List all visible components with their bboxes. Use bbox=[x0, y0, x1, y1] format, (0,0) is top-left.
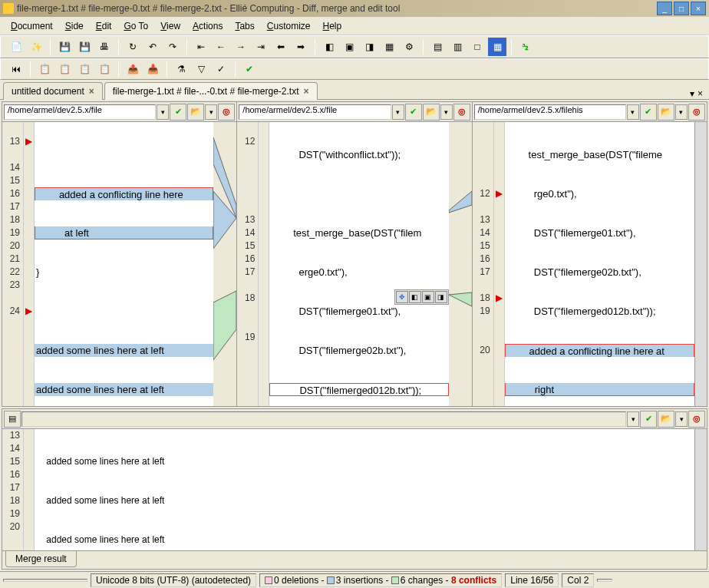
right-scrollbar[interactable] bbox=[694, 122, 707, 406]
center-open-dropdown-icon[interactable]: ▾ bbox=[440, 104, 453, 120]
diff-nav-prev-icon[interactable]: ← bbox=[212, 38, 230, 56]
merge-center-icon[interactable]: ▣ bbox=[340, 38, 358, 56]
right-apply-icon[interactable]: ✔ bbox=[640, 104, 657, 121]
center-path-dropdown-icon[interactable]: ▾ bbox=[392, 104, 404, 120]
tab-close-all-icon[interactable]: × bbox=[697, 88, 703, 99]
print-icon[interactable]: 🖶 bbox=[95, 38, 114, 56]
minimize-button[interactable]: _ bbox=[657, 2, 672, 15]
menu-actions[interactable]: Actions bbox=[188, 19, 227, 33]
center-code[interactable]: DST("withconflict.txt")); test_merge_bas… bbox=[269, 122, 448, 406]
tab-close-icon[interactable]: × bbox=[89, 86, 94, 97]
import-icon[interactable]: 📥 bbox=[143, 60, 162, 78]
merge-use-right-icon[interactable]: ◨ bbox=[435, 291, 447, 303]
export-icon[interactable]: 📤 bbox=[124, 60, 142, 78]
left-editor[interactable]: 13 14151617181920212223 24 ▶ ▶ added a c… bbox=[2, 122, 236, 406]
tab-label: file-merge-1.txt # file-...-0.txt # file… bbox=[113, 86, 299, 97]
right-path-input[interactable]: /home/armel/dev2.5.x/filehis bbox=[474, 104, 626, 120]
center-target-icon[interactable]: ◎ bbox=[453, 104, 470, 121]
menu-view[interactable]: View bbox=[156, 19, 185, 33]
left-connector bbox=[213, 122, 236, 406]
goto-first-icon[interactable]: ⏮ bbox=[7, 60, 25, 78]
menu-side[interactable]: Side bbox=[61, 19, 88, 33]
undo-icon[interactable]: ↶ bbox=[143, 38, 162, 56]
copy-right-icon[interactable]: 📋 bbox=[75, 60, 94, 78]
left-code[interactable]: added a conflicting line here at left } … bbox=[35, 122, 213, 406]
merge-apply-icon[interactable]: ✔ bbox=[640, 411, 657, 428]
center-open-icon[interactable]: 📂 bbox=[423, 104, 440, 121]
right-editor[interactable]: 12 1314151617 1819 20 ▶ ▶ test_merge_bas… bbox=[473, 122, 707, 406]
merge-move-icon[interactable]: ✥ bbox=[396, 291, 408, 303]
layout-single-icon[interactable]: □ bbox=[468, 38, 486, 56]
copy-all-icon[interactable]: 📋 bbox=[95, 60, 114, 78]
merge-use-center-icon[interactable]: ▣ bbox=[422, 291, 434, 303]
layout-3way-icon[interactable]: ▦ bbox=[488, 38, 506, 56]
menu-document[interactable]: Document bbox=[6, 19, 58, 33]
merge-open-dropdown-icon[interactable]: ▾ bbox=[675, 411, 688, 427]
left-path-dropdown-icon[interactable]: ▾ bbox=[157, 104, 169, 120]
save-icon[interactable]: 💾 bbox=[55, 38, 74, 56]
menu-help[interactable]: Help bbox=[318, 19, 347, 33]
diff-apply-right-icon[interactable]: ➡ bbox=[292, 38, 310, 56]
merge-path-dropdown-icon[interactable]: ▾ bbox=[627, 411, 639, 427]
left-target-icon[interactable]: ◎ bbox=[218, 104, 235, 121]
new-doc-icon[interactable]: 📄 bbox=[7, 38, 25, 56]
merge-open-icon[interactable]: 📂 bbox=[658, 411, 674, 428]
merge-right-icon[interactable]: ◨ bbox=[360, 38, 378, 56]
maximize-button[interactable]: □ bbox=[674, 2, 689, 15]
close-button[interactable]: × bbox=[691, 2, 706, 15]
statusbar: Unicode 8 bits (UTF-8) (autodetected) 0 … bbox=[0, 571, 709, 588]
layout-vert-icon[interactable]: ▥ bbox=[448, 38, 467, 56]
save-all-icon[interactable]: 💾 bbox=[75, 38, 94, 56]
right-open-dropdown-icon[interactable]: ▾ bbox=[675, 104, 688, 120]
diff-apply-left-icon[interactable]: ⬅ bbox=[272, 38, 290, 56]
menu-edit[interactable]: Edit bbox=[91, 19, 117, 33]
menu-goto[interactable]: Go To bbox=[119, 19, 153, 33]
center-editor[interactable]: 12 1314151617 18 19 DST("withconflict.tx… bbox=[237, 122, 471, 406]
check-filter-icon[interactable]: ✓ bbox=[212, 60, 230, 78]
diff-nav-next-icon[interactable]: → bbox=[232, 38, 250, 56]
layout-horiz-icon[interactable]: ▤ bbox=[428, 38, 447, 56]
merge-result-editor[interactable]: 1314151617181920 added some lines here a… bbox=[2, 429, 707, 550]
merge-gutter: 1314151617181920 bbox=[2, 429, 24, 550]
merge-use-left-icon[interactable]: ◧ bbox=[409, 291, 421, 303]
right-path-dropdown-icon[interactable]: ▾ bbox=[627, 104, 639, 120]
redo-icon[interactable]: ↷ bbox=[163, 38, 182, 56]
diff-nav-first-icon[interactable]: ⇤ bbox=[192, 38, 210, 56]
merge-left-icon[interactable]: ◧ bbox=[320, 38, 338, 56]
refresh-icon[interactable]: ↻ bbox=[124, 38, 142, 56]
center-apply-icon[interactable]: ✔ bbox=[405, 104, 422, 121]
merge-auto-icon[interactable]: ⚙ bbox=[400, 38, 418, 56]
merge-all-icon[interactable]: ▦ bbox=[380, 38, 398, 56]
merge-collapse-icon[interactable]: ▤ bbox=[4, 411, 21, 428]
right-open-icon[interactable]: 📂 bbox=[658, 104, 674, 121]
left-path-input[interactable]: /home/armel/dev2.5.x/file bbox=[4, 104, 156, 120]
filter-icon[interactable]: ⚗ bbox=[172, 60, 190, 78]
tab-menu-dropdown-icon[interactable]: ▾ bbox=[690, 88, 694, 99]
copy-left-icon[interactable]: 📋 bbox=[35, 60, 54, 78]
merge-path-input[interactable] bbox=[21, 411, 626, 427]
merge-code[interactable]: added some lines here at left added some… bbox=[35, 429, 694, 550]
left-open-icon[interactable]: 📂 bbox=[187, 104, 204, 121]
right-target-icon[interactable]: ◎ bbox=[688, 104, 705, 121]
menu-customize[interactable]: Customize bbox=[262, 19, 315, 33]
window-title: file-merge-1.txt # file-merge-0.txt # fi… bbox=[17, 3, 657, 14]
right-code[interactable]: test_merge_base(DST("fileme rge0.txt"), … bbox=[505, 122, 694, 406]
center-path-input[interactable]: /home/armel/dev2.5.x/file bbox=[239, 104, 391, 120]
wand-icon[interactable]: ✨ bbox=[27, 38, 45, 56]
svg-marker-2 bbox=[213, 291, 236, 360]
merge-scrollbar[interactable] bbox=[694, 429, 707, 550]
left-gutter: 13 14151617181920212223 24 bbox=[2, 122, 24, 406]
merge-result-tab[interactable]: Merge result bbox=[5, 551, 77, 567]
tab-close-icon[interactable]: × bbox=[304, 86, 309, 97]
number-icon[interactable]: ³₂ bbox=[516, 38, 535, 56]
left-apply-icon[interactable]: ✔ bbox=[170, 104, 186, 121]
menu-tabs[interactable]: Tabs bbox=[230, 19, 259, 33]
funnel-icon[interactable]: ▽ bbox=[192, 60, 210, 78]
copy-center-icon[interactable]: 📋 bbox=[55, 60, 74, 78]
merge-target-icon[interactable]: ◎ bbox=[688, 411, 705, 428]
tab-merge[interactable]: file-merge-1.txt # file-...-0.txt # file… bbox=[104, 82, 318, 100]
diff-nav-last-icon[interactable]: ⇥ bbox=[252, 38, 270, 56]
tab-untitled[interactable]: untitled document × bbox=[3, 82, 103, 100]
left-open-dropdown-icon[interactable]: ▾ bbox=[205, 104, 217, 120]
apply-icon[interactable]: ✔ bbox=[240, 60, 259, 78]
